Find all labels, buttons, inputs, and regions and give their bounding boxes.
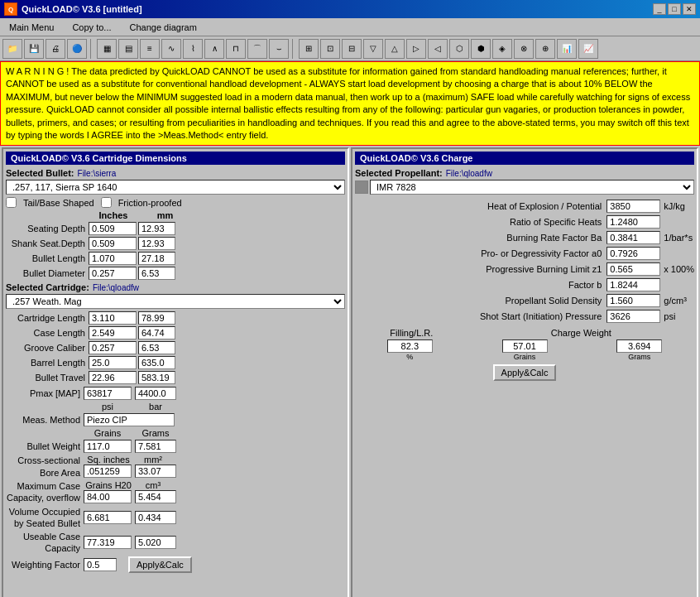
selected-cartridge-select[interactable]: .257 Weath. Mag: [6, 294, 345, 309]
tool-j[interactable]: ◈: [492, 39, 512, 59]
selected-cartridge-file: File:\qloadfw: [93, 283, 139, 292]
bullet-diameter-inches[interactable]: [89, 267, 137, 280]
bore-area-sqin[interactable]: [84, 465, 132, 478]
bore-area-mm2[interactable]: [135, 465, 176, 478]
seating-depth-inches[interactable]: [89, 222, 137, 235]
tail-base-checkbox[interactable]: [6, 197, 17, 208]
case-capacity-grains[interactable]: [84, 490, 132, 503]
burning-rate-input[interactable]: [607, 231, 660, 244]
tool-7[interactable]: ⊓: [226, 39, 246, 59]
tool-2[interactable]: ▤: [118, 39, 138, 59]
shot-start-input[interactable]: [607, 310, 660, 323]
tool-l[interactable]: ⊕: [535, 39, 555, 59]
seating-depth-label: Seating Depth: [6, 224, 89, 234]
shank-seat-depth-label: Shank Seat.Depth: [6, 238, 89, 248]
minimize-button[interactable]: _: [653, 3, 666, 15]
case-length-mm[interactable]: [138, 326, 175, 339]
bullet-diameter-mm[interactable]: [138, 267, 175, 280]
tool-8[interactable]: ⌒: [247, 39, 267, 59]
bullet-weight-grams[interactable]: [135, 440, 176, 453]
progressive-burning-input[interactable]: [607, 262, 660, 276]
psi-label: psi: [84, 402, 132, 412]
weighting-factor-input[interactable]: [84, 558, 117, 571]
tool-e[interactable]: △: [385, 39, 405, 59]
tool-g[interactable]: ◁: [428, 39, 448, 59]
close-button[interactable]: ✕: [683, 3, 696, 15]
charge-grains-input[interactable]: [502, 339, 548, 353]
barrel-length-inches[interactable]: [89, 356, 137, 369]
app-icon: Q: [4, 2, 17, 16]
volume-seated-label: Volume Occupied by Seated Bullet: [6, 506, 80, 530]
tool-h[interactable]: ⬡: [449, 39, 469, 59]
charge-grams-input[interactable]: [616, 339, 662, 353]
useable-case-val[interactable]: [84, 536, 132, 549]
groove-caliber-inches[interactable]: [89, 341, 137, 354]
selected-propellant-file: File:\qloadfw: [446, 169, 492, 178]
bullet-travel-inches[interactable]: [89, 371, 137, 384]
menu-copy[interactable]: Copy to...: [67, 21, 116, 34]
ratio-specific-input[interactable]: [607, 215, 660, 229]
charge-weight-label: Charge Weight: [468, 328, 694, 338]
meas-method-input[interactable]: [84, 413, 175, 426]
pmax-bar[interactable]: [135, 387, 176, 400]
case-capacity-cm3[interactable]: [135, 490, 176, 503]
volume-seated-val[interactable]: [84, 511, 132, 524]
tool-9[interactable]: ⌣: [269, 39, 289, 59]
tool-i[interactable]: ⬢: [471, 39, 491, 59]
tool-print[interactable]: 🖨: [46, 39, 65, 59]
pro-degress-input[interactable]: [607, 247, 660, 260]
filling-pct-input[interactable]: [387, 339, 433, 353]
selected-bullet-file: File:\sierra: [78, 169, 117, 178]
shot-start-label: Shot Start (Initiation) Pressure: [355, 311, 607, 321]
bullet-travel-mm[interactable]: [138, 371, 175, 384]
menu-diagram[interactable]: Change diagram: [125, 21, 202, 34]
cartridge-length-mm[interactable]: [138, 311, 175, 325]
charge-apply-calc-button[interactable]: Apply&Calc: [493, 364, 557, 381]
selected-bullet-select[interactable]: .257, 117, Sierra SP 1640: [6, 180, 345, 195]
useable-case-val2[interactable]: [135, 536, 176, 549]
tool-a[interactable]: ⊞: [299, 39, 319, 59]
volume-seated-val2[interactable]: [135, 511, 176, 524]
factor-b-input[interactable]: [607, 278, 660, 291]
friction-proofed-checkbox[interactable]: [101, 197, 112, 208]
toolbar-separator-2: [292, 39, 295, 59]
maximize-button[interactable]: □: [668, 3, 681, 15]
tool-4[interactable]: ∿: [161, 39, 181, 59]
grams-label: Grams: [135, 428, 176, 438]
cm3-label: cm³: [133, 480, 173, 490]
tool-3[interactable]: ≡: [140, 39, 160, 59]
tool-n[interactable]: 📈: [578, 39, 598, 59]
tool-m[interactable]: 📊: [557, 39, 577, 59]
seating-depth-mm[interactable]: [138, 222, 175, 235]
case-capacity-label: Maximum Case Capacity, overflow: [6, 480, 80, 504]
pmax-psi[interactable]: [84, 387, 132, 400]
cartridge-apply-calc-button[interactable]: Apply&Calc: [128, 556, 192, 573]
cartridge-panel: QuickLOAD© V3.6 Cartridge Dimensions Sel…: [2, 147, 349, 597]
propellant-density-input[interactable]: [607, 294, 660, 307]
tool-bullet[interactable]: 🔵: [67, 39, 87, 59]
tool-5[interactable]: ⌇: [183, 39, 203, 59]
shank-seat-depth-mm[interactable]: [138, 237, 175, 250]
tool-k[interactable]: ⊗: [514, 39, 534, 59]
bullet-length-inches[interactable]: [89, 252, 137, 265]
case-length-inches[interactable]: [89, 326, 137, 339]
menu-main[interactable]: Main Menu: [4, 21, 59, 34]
bullet-weight-grains[interactable]: [84, 440, 132, 453]
tool-c[interactable]: ⊟: [342, 39, 362, 59]
tool-f[interactable]: ▷: [406, 39, 426, 59]
heat-explosion-input[interactable]: [607, 200, 660, 213]
tool-d[interactable]: ▽: [363, 39, 383, 59]
bullet-length-mm[interactable]: [138, 252, 175, 265]
cartridge-length-label: Cartridge Length: [6, 313, 89, 323]
groove-caliber-mm[interactable]: [138, 341, 175, 354]
barrel-length-mm[interactable]: [138, 356, 175, 369]
tool-6[interactable]: ∧: [204, 39, 224, 59]
tool-save[interactable]: 💾: [24, 39, 44, 59]
tool-1[interactable]: ▦: [97, 39, 117, 59]
useable-case-label: Useable Case Capacity: [6, 531, 80, 555]
tool-b[interactable]: ⊡: [320, 39, 340, 59]
tool-open[interactable]: 📁: [2, 39, 22, 59]
selected-propellant-select[interactable]: IMR 7828: [370, 180, 694, 195]
cartridge-length-inches[interactable]: [89, 311, 137, 325]
shank-seat-depth-inches[interactable]: [89, 237, 137, 250]
